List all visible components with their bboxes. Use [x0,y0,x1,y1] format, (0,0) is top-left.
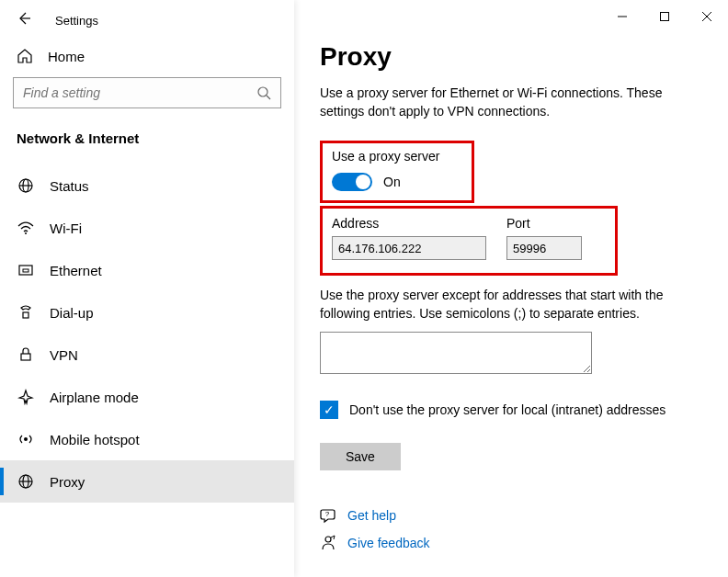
svg-rect-14 [21,354,30,360]
help-icon: ? [320,507,336,524]
page-description: Use a proxy server for Ethernet or Wi-Fi… [320,85,697,120]
dialup-icon [17,303,35,322]
address-label: Address [332,216,486,231]
sidebar-item-ethernet[interactable]: Ethernet [0,249,294,291]
window-title: Settings [55,14,98,28]
save-button[interactable]: Save [320,443,401,470]
page-title: Proxy [320,42,702,72]
local-bypass-label: Don't use the proxy server for local (in… [349,402,665,417]
search-icon [256,85,271,100]
search-input-container[interactable] [13,77,281,108]
sidebar-item-label: Ethernet [50,263,102,278]
svg-rect-12 [23,269,28,272]
airplane-icon [17,388,35,406]
sidebar-home[interactable]: Home [0,40,294,74]
use-proxy-label: Use a proxy server [332,149,462,164]
svg-text:?: ? [325,510,330,518]
highlight-address-port: Address Port [320,206,618,276]
wifi-icon [17,219,35,237]
checkmark-icon: ✓ [324,402,335,417]
local-bypass-checkbox[interactable]: ✓ [320,401,338,419]
address-input[interactable] [332,236,486,260]
toggle-knob [356,175,370,189]
sidebar-item-label: Mobile hotspot [50,432,140,447]
main-content: Proxy Use a proxy server for Ethernet or… [294,0,728,577]
ethernet-icon [17,261,35,279]
sidebar-item-wifi[interactable]: Wi-Fi [0,207,294,249]
sidebar-item-status[interactable]: Status [0,164,294,207]
exceptions-input[interactable] [320,332,592,374]
sidebar-item-label: Proxy [50,474,85,490]
sidebar-item-label: VPN [50,347,78,363]
svg-point-15 [24,437,28,441]
status-icon [17,176,35,195]
home-icon [17,48,33,64]
port-input[interactable] [506,236,582,260]
sidebar-item-proxy[interactable]: Proxy [0,460,294,503]
home-label: Home [48,49,85,64]
svg-point-20 [325,537,331,542]
sidebar-item-hotspot[interactable]: Mobile hotspot [0,418,294,460]
sidebar-item-vpn[interactable]: VPN [0,334,294,376]
sidebar-item-label: Dial-up [50,305,94,321]
sidebar: Settings Home Network & Internet Status … [0,0,294,577]
vpn-icon [17,345,35,364]
svg-point-10 [25,232,27,234]
proxy-icon [17,472,35,491]
search-input[interactable] [23,85,256,100]
port-label: Port [506,216,582,231]
feedback-icon [320,535,336,551]
sidebar-item-label: Wi-Fi [50,221,82,236]
toggle-state: On [383,175,401,189]
highlight-use-proxy: Use a proxy server On [320,141,474,203]
svg-point-5 [258,87,267,96]
sidebar-item-airplane[interactable]: Airplane mode [0,376,294,418]
sidebar-item-label: Airplane mode [50,390,139,405]
help-link[interactable]: Get help [347,508,396,523]
back-button[interactable] [17,11,31,29]
svg-line-6 [267,96,270,99]
use-proxy-toggle[interactable] [332,173,372,191]
svg-rect-11 [19,266,32,275]
hotspot-icon [17,430,35,448]
feedback-link[interactable]: Give feedback [347,536,430,550]
sidebar-item-dialup[interactable]: Dial-up [0,291,294,334]
exceptions-description: Use the proxy server except for addresse… [320,287,702,322]
section-heading: Network & Internet [0,125,294,164]
sidebar-item-label: Status [50,178,89,194]
svg-rect-13 [23,312,28,318]
